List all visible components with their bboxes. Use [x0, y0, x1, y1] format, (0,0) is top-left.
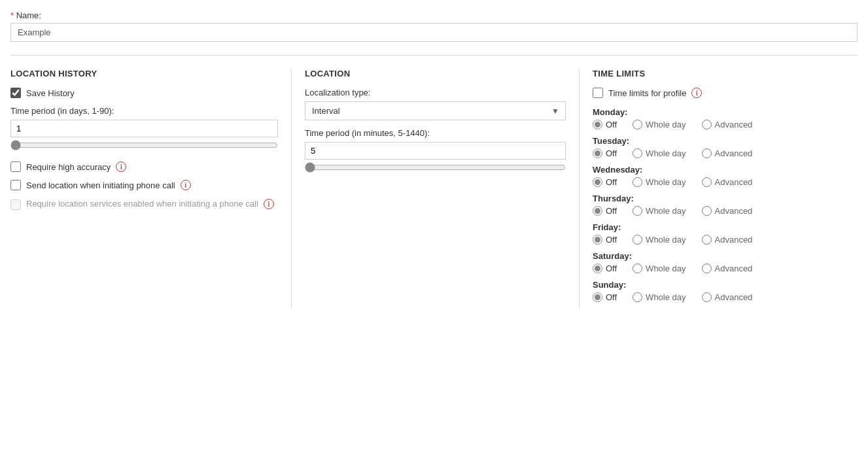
save-history-checkbox[interactable]: [10, 88, 21, 98]
radio-input-wednesday-off[interactable]: [593, 177, 602, 187]
localization-type-label: Localization type:: [305, 88, 566, 97]
time-period-days-input[interactable]: [10, 120, 278, 137]
name-label: * Name:: [10, 10, 858, 20]
day-options-sunday: OffWhole dayAdvanced: [593, 292, 858, 302]
radio-input-friday-whole-day[interactable]: [633, 235, 642, 245]
radio-input-wednesday-whole-day[interactable]: [633, 177, 642, 187]
radio-label-saturday-off[interactable]: Off: [606, 264, 617, 273]
localization-type-select[interactable]: Interval Always On Demand: [305, 101, 566, 120]
name-input[interactable]: [10, 23, 858, 42]
time-period-minutes-input[interactable]: [305, 142, 566, 160]
day-options-monday: OffWhole dayAdvanced: [593, 120, 858, 129]
radio-wednesday-whole-day: Whole day: [633, 177, 686, 187]
radio-label-monday-whole-day[interactable]: Whole day: [646, 120, 686, 129]
radio-label-friday-advanced[interactable]: Advanced: [715, 235, 753, 245]
day-row-tuesday: Tuesday:OffWhole dayAdvanced: [593, 136, 858, 158]
require-accuracy-info-icon[interactable]: i: [116, 162, 126, 172]
radio-sunday-off: Off: [593, 292, 617, 302]
radio-input-sunday-whole-day[interactable]: [633, 292, 642, 302]
radio-label-wednesday-advanced[interactable]: Advanced: [715, 177, 753, 187]
radio-input-tuesday-whole-day[interactable]: [633, 148, 642, 158]
day-label-sunday: Sunday:: [593, 280, 858, 290]
time-limits-title: TIME LIMITS: [593, 69, 858, 78]
radio-sunday-advanced: Advanced: [702, 292, 753, 302]
day-label-wednesday: Wednesday:: [593, 165, 858, 175]
radio-input-tuesday-advanced[interactable]: [702, 148, 712, 158]
radio-friday-off: Off: [593, 235, 617, 245]
radio-input-sunday-off[interactable]: [593, 292, 602, 302]
divider: [10, 55, 858, 56]
radio-label-thursday-advanced[interactable]: Advanced: [715, 206, 753, 216]
radio-tuesday-whole-day: Whole day: [633, 148, 686, 158]
radio-saturday-off: Off: [593, 264, 617, 273]
require-accuracy-row: Require high accuracy i: [10, 162, 278, 172]
radio-friday-whole-day: Whole day: [633, 235, 686, 245]
radio-label-thursday-whole-day[interactable]: Whole day: [646, 206, 686, 216]
require-services-checkbox: [10, 199, 21, 210]
radio-input-wednesday-advanced[interactable]: [702, 177, 712, 187]
time-limits-profile-checkbox[interactable]: [593, 88, 603, 98]
radio-label-sunday-advanced[interactable]: Advanced: [715, 292, 753, 302]
time-limits-profile-row: Time limits for profile i: [593, 88, 858, 98]
send-location-checkbox[interactable]: [10, 180, 21, 190]
time-period-minutes-slider[interactable]: [305, 162, 566, 173]
radio-input-sunday-advanced[interactable]: [702, 292, 712, 302]
radio-input-friday-advanced[interactable]: [702, 235, 712, 245]
day-options-saturday: OffWhole dayAdvanced: [593, 264, 858, 273]
radio-thursday-off: Off: [593, 206, 617, 216]
time-period-days-slider[interactable]: [10, 140, 278, 150]
require-services-label: Require location services enabled when i…: [26, 198, 258, 210]
radio-input-saturday-off[interactable]: [593, 264, 602, 273]
radio-input-monday-advanced[interactable]: [702, 120, 712, 129]
radio-input-saturday-whole-day[interactable]: [633, 264, 642, 273]
require-accuracy-label: Require high accuracy: [26, 162, 111, 172]
radio-monday-whole-day: Whole day: [633, 120, 686, 129]
radio-label-sunday-off[interactable]: Off: [606, 292, 617, 302]
radio-label-thursday-off[interactable]: Off: [606, 206, 617, 216]
require-services-info-icon[interactable]: i: [264, 199, 274, 209]
radio-label-wednesday-whole-day[interactable]: Whole day: [646, 177, 686, 187]
radio-monday-advanced: Advanced: [702, 120, 753, 129]
send-location-info-icon[interactable]: i: [181, 180, 191, 190]
radio-saturday-advanced: Advanced: [702, 264, 753, 273]
radio-input-saturday-advanced[interactable]: [702, 264, 712, 273]
radio-input-thursday-whole-day[interactable]: [633, 206, 642, 216]
days-container: Monday:OffWhole dayAdvancedTuesday:OffWh…: [593, 107, 858, 302]
radio-input-monday-off[interactable]: [593, 120, 602, 129]
radio-label-saturday-advanced[interactable]: Advanced: [715, 264, 753, 273]
day-row-wednesday: Wednesday:OffWhole dayAdvanced: [593, 165, 858, 187]
radio-label-sunday-whole-day[interactable]: Whole day: [646, 292, 686, 302]
day-row-saturday: Saturday:OffWhole dayAdvanced: [593, 251, 858, 273]
radio-label-friday-whole-day[interactable]: Whole day: [646, 235, 686, 245]
radio-label-friday-off[interactable]: Off: [606, 235, 617, 245]
name-section: * Name:: [10, 10, 858, 42]
day-label-monday: Monday:: [593, 107, 858, 117]
send-location-row: Send location when initiating phone call…: [10, 180, 278, 190]
day-options-tuesday: OffWhole dayAdvanced: [593, 148, 858, 158]
radio-label-wednesday-off[interactable]: Off: [606, 177, 617, 187]
day-row-thursday: Thursday:OffWhole dayAdvanced: [593, 194, 858, 216]
time-limits-profile-info-icon[interactable]: i: [691, 88, 702, 98]
location-history-title: LOCATION HISTORY: [10, 69, 278, 78]
radio-input-friday-off[interactable]: [593, 235, 602, 245]
day-options-thursday: OffWhole dayAdvanced: [593, 206, 858, 216]
save-history-label[interactable]: Save History: [26, 88, 75, 98]
time-limits-profile-label[interactable]: Time limits for profile: [608, 88, 686, 98]
radio-saturday-whole-day: Whole day: [633, 264, 686, 273]
main-columns: LOCATION HISTORY Save History Time perio…: [10, 69, 858, 309]
radio-label-tuesday-off[interactable]: Off: [606, 148, 617, 158]
day-row-monday: Monday:OffWhole dayAdvanced: [593, 107, 858, 129]
radio-input-thursday-advanced[interactable]: [702, 206, 712, 216]
radio-input-monday-whole-day[interactable]: [633, 120, 642, 129]
radio-thursday-whole-day: Whole day: [633, 206, 686, 216]
require-accuracy-checkbox[interactable]: [10, 162, 21, 172]
radio-label-tuesday-whole-day[interactable]: Whole day: [646, 148, 686, 158]
send-location-label: Send location when initiating phone call: [26, 180, 175, 190]
radio-input-thursday-off[interactable]: [593, 206, 602, 216]
radio-label-monday-off[interactable]: Off: [606, 120, 617, 129]
radio-label-monday-advanced[interactable]: Advanced: [715, 120, 753, 129]
radio-label-saturday-whole-day[interactable]: Whole day: [646, 264, 686, 273]
radio-input-tuesday-off[interactable]: [593, 148, 602, 158]
radio-sunday-whole-day: Whole day: [633, 292, 686, 302]
radio-label-tuesday-advanced[interactable]: Advanced: [715, 148, 753, 158]
